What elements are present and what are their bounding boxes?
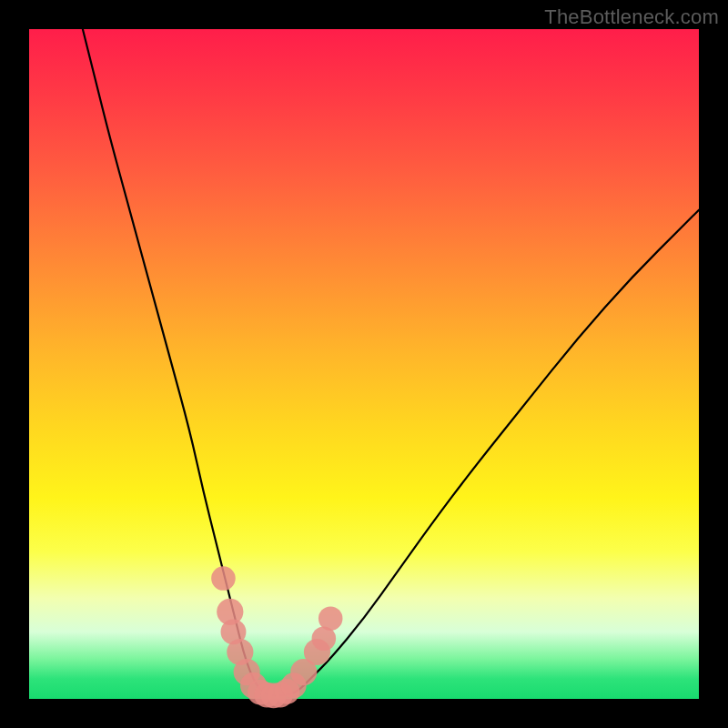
chart-svg [29,29,699,699]
chart-frame: TheBottleneck.com [0,0,728,728]
curve-marker [318,606,343,631]
bottleneck-curve [83,29,699,695]
curve-markers [211,566,342,708]
plot-area [29,29,699,699]
curve-marker [211,566,236,591]
watermark-text: TheBottleneck.com [544,5,719,29]
